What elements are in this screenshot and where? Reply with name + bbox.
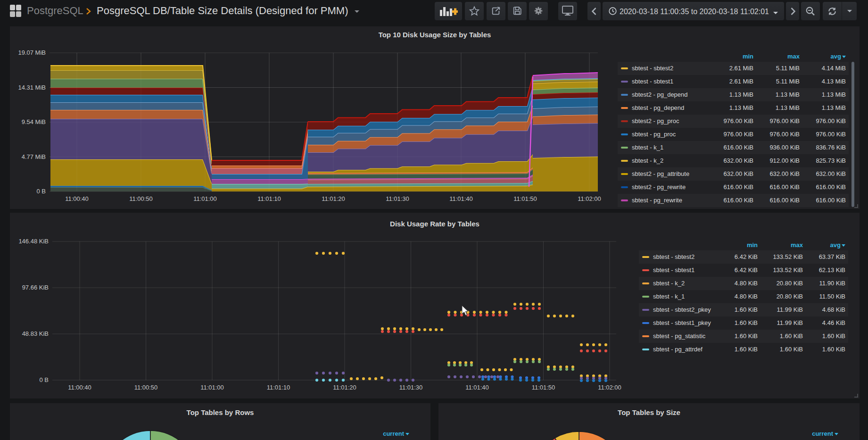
svg-text:11:00:50: 11:00:50 bbox=[129, 195, 153, 202]
svg-text:11:00:50: 11:00:50 bbox=[134, 384, 158, 391]
svg-text:146.48 KiB: 146.48 KiB bbox=[18, 238, 49, 245]
svg-text:97.66 KiB: 97.66 KiB bbox=[22, 284, 49, 291]
svg-text:11:01:50: 11:01:50 bbox=[513, 195, 537, 202]
svg-text:11:01:50: 11:01:50 bbox=[532, 384, 555, 391]
svg-text:11:01:10: 11:01:10 bbox=[257, 195, 281, 202]
svg-text:11:02:00: 11:02:00 bbox=[598, 384, 621, 391]
svg-text:11:01:00: 11:01:00 bbox=[200, 384, 224, 391]
svg-text:11:01:10: 11:01:10 bbox=[267, 384, 290, 391]
svg-text:11:01:00: 11:01:00 bbox=[193, 195, 217, 202]
svg-text:48.83 KiB: 48.83 KiB bbox=[22, 330, 49, 337]
svg-text:11:01:30: 11:01:30 bbox=[386, 195, 409, 202]
svg-text:0 B: 0 B bbox=[36, 188, 46, 195]
svg-text:11:01:20: 11:01:20 bbox=[322, 195, 345, 202]
svg-text:9.54 MiB: 9.54 MiB bbox=[22, 118, 46, 125]
svg-text:0 B: 0 B bbox=[39, 376, 49, 383]
svg-text:11:01:20: 11:01:20 bbox=[333, 384, 356, 391]
svg-text:14.31 MiB: 14.31 MiB bbox=[18, 84, 46, 91]
svg-text:19.07 MiB: 19.07 MiB bbox=[18, 49, 46, 56]
svg-text:11:01:40: 11:01:40 bbox=[449, 195, 473, 202]
svg-text:11:00:40: 11:00:40 bbox=[65, 195, 89, 202]
svg-text:11:02:00: 11:02:00 bbox=[578, 195, 601, 202]
svg-text:11:01:30: 11:01:30 bbox=[399, 384, 423, 391]
svg-text:11:01:40: 11:01:40 bbox=[465, 384, 489, 391]
svg-text:4.77 MiB: 4.77 MiB bbox=[22, 153, 46, 160]
svg-text:11:00:40: 11:00:40 bbox=[68, 384, 91, 391]
